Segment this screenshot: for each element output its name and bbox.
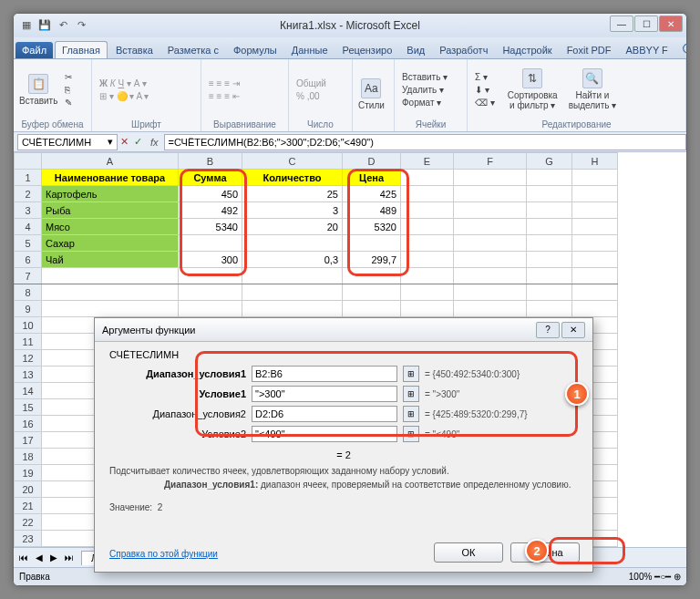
cell[interactable]	[401, 252, 454, 268]
row-header[interactable]: 13	[15, 367, 42, 383]
tab-layout[interactable]: Разметка с	[161, 42, 225, 58]
dialog-help-button[interactable]: ?	[536, 322, 560, 338]
save-icon[interactable]: 💾	[37, 17, 52, 32]
cell[interactable]: 20	[242, 219, 343, 235]
undo-icon[interactable]: ↶	[56, 17, 70, 32]
cell[interactable]: Количество	[242, 170, 343, 186]
cell[interactable]: Рыба	[42, 202, 179, 219]
cell[interactable]	[242, 235, 343, 252]
range-select-icon[interactable]: ⊞	[403, 366, 419, 382]
row-header[interactable]: 15	[15, 399, 42, 416]
sheet-nav-first[interactable]: ⏮	[19, 553, 28, 563]
dialog-titlebar[interactable]: Аргументы функции ?✕	[95, 318, 592, 342]
row-header[interactable]: 23	[15, 531, 42, 547]
ok-button[interactable]: ОК	[434, 542, 503, 563]
cell[interactable]	[454, 170, 527, 186]
cell[interactable]	[401, 235, 454, 252]
enter-formula-icon[interactable]: ✓	[134, 136, 142, 148]
arg-input-3[interactable]	[252, 426, 397, 442]
arg-input-1[interactable]	[252, 386, 397, 402]
row-header[interactable]: 16	[15, 416, 42, 432]
row-header[interactable]: 20	[15, 481, 42, 498]
row-header[interactable]: 8	[15, 284, 42, 301]
cell[interactable]	[572, 170, 618, 186]
help-icon[interactable]: ⓘ ▾	[676, 39, 687, 58]
row-header[interactable]: 10	[15, 317, 42, 334]
cell[interactable]	[343, 268, 401, 284]
row-header[interactable]: 22	[15, 514, 42, 531]
row-header[interactable]: 2	[15, 186, 42, 202]
styles-button[interactable]: AaСтили	[356, 77, 386, 112]
paste-button[interactable]: 📋Вставить	[17, 72, 59, 108]
sheet-nav-last[interactable]: ⏭	[65, 553, 74, 563]
clear-icon[interactable]: ⌫ ▾	[471, 97, 499, 108]
tab-addins[interactable]: Надстройк	[496, 42, 558, 58]
cell[interactable]	[242, 284, 343, 301]
maximize-button[interactable]: ☐	[634, 15, 658, 32]
row-header[interactable]: 1	[15, 170, 42, 186]
tab-developer[interactable]: Разработч	[433, 42, 494, 58]
function-help-link[interactable]: Справка по этой функции	[109, 549, 218, 559]
cell[interactable]	[401, 170, 454, 186]
cell[interactable]	[42, 284, 179, 301]
tab-view[interactable]: Вид	[400, 42, 431, 58]
formula-input[interactable]: =СЧЁТЕСЛИМН(B2:B6;">300";D2:D6;"<490")	[164, 134, 686, 150]
cell[interactable]	[527, 268, 572, 284]
cell[interactable]	[572, 186, 618, 202]
cell[interactable]: 25	[242, 186, 343, 202]
range-select-icon[interactable]: ⊞	[403, 406, 419, 422]
dialog-close-button[interactable]: ✕	[561, 322, 585, 338]
cell[interactable]	[454, 202, 527, 219]
row-header[interactable]: 3	[15, 202, 42, 219]
format-painter-icon[interactable]: ✎	[61, 97, 76, 108]
cell[interactable]: 425	[343, 186, 401, 202]
cell[interactable]	[179, 235, 242, 252]
cell[interactable]	[401, 301, 454, 317]
cell[interactable]	[527, 235, 572, 252]
row-header[interactable]: 17	[15, 432, 42, 449]
col-header[interactable]: C	[242, 153, 343, 170]
minimize-button[interactable]: —	[610, 15, 633, 32]
cell[interactable]: Наименование товара	[42, 170, 179, 186]
row-header[interactable]: 7	[15, 268, 42, 284]
cell[interactable]	[527, 202, 572, 219]
col-header[interactable]: G	[527, 153, 572, 170]
cells-delete[interactable]: Удалить ▾	[398, 84, 451, 96]
cell[interactable]	[527, 170, 572, 186]
cell[interactable]	[454, 268, 527, 284]
cell[interactable]	[42, 268, 179, 284]
cell[interactable]: 299,7	[343, 252, 401, 268]
cell[interactable]: Сахар	[42, 235, 179, 252]
cell[interactable]	[242, 301, 343, 317]
cell[interactable]	[572, 268, 618, 284]
range-select-icon[interactable]: ⊞	[403, 386, 419, 402]
tab-abbyy[interactable]: ABBYY F	[620, 42, 674, 58]
tab-review[interactable]: Рецензиро	[336, 42, 399, 58]
cut-icon[interactable]: ✂	[61, 71, 76, 83]
col-header[interactable]: A	[42, 153, 179, 170]
cell[interactable]	[401, 186, 454, 202]
cell[interactable]	[401, 202, 454, 219]
fx-icon[interactable]: fx	[150, 137, 159, 148]
tab-foxit[interactable]: Foxit PDF	[561, 42, 618, 58]
cell[interactable]	[527, 252, 572, 268]
arg-input-0[interactable]	[252, 366, 397, 382]
cell[interactable]	[401, 284, 454, 301]
cell[interactable]	[343, 235, 401, 252]
arg-input-2[interactable]	[252, 406, 397, 422]
sheet-nav-prev[interactable]: ◀	[36, 553, 43, 563]
cell[interactable]	[343, 301, 401, 317]
cell[interactable]: Сумма	[179, 170, 242, 186]
cell[interactable]	[454, 301, 527, 317]
col-header[interactable]: E	[401, 153, 454, 170]
range-select-icon[interactable]: ⊞	[403, 426, 419, 442]
copy-icon[interactable]: ⎘	[61, 84, 76, 96]
cell[interactable]: 300	[179, 252, 242, 268]
cell[interactable]: 450	[179, 186, 242, 202]
cell[interactable]	[401, 268, 454, 284]
tab-formulas[interactable]: Формулы	[227, 42, 283, 58]
cell[interactable]	[572, 284, 618, 301]
cell[interactable]	[572, 202, 618, 219]
cell[interactable]	[527, 301, 572, 317]
cell[interactable]	[454, 219, 527, 235]
